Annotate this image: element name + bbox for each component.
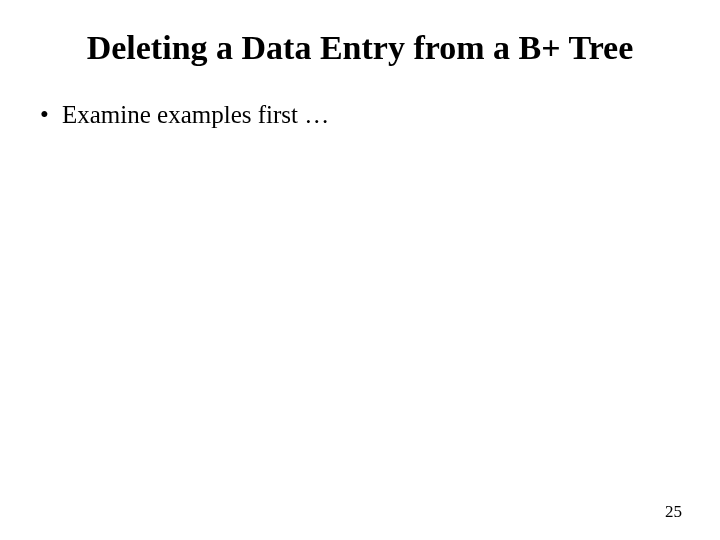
slide-title: Deleting a Data Entry from a B+ Tree: [30, 28, 690, 69]
bullet-list: Examine examples first …: [30, 99, 690, 132]
bullet-item: Examine examples first …: [40, 99, 690, 132]
slide-container: Deleting a Data Entry from a B+ Tree Exa…: [0, 0, 720, 540]
page-number: 25: [665, 502, 682, 522]
